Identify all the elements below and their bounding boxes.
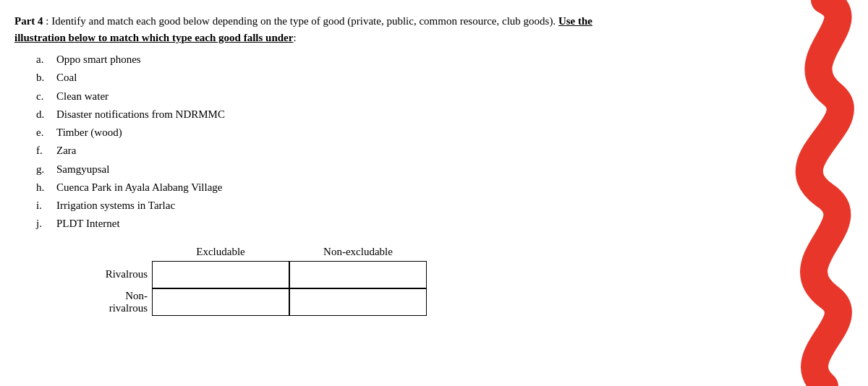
- table-row-non-rivalrous: Non-rivalrous: [87, 288, 615, 316]
- list-item: d.Disaster notifications from NDRMMC: [36, 106, 615, 123]
- list-item-text: Cuenca Park in Ayala Alabang Village: [56, 179, 222, 196]
- list-item-label: i.: [36, 197, 56, 214]
- header-instruction-end-colon: :: [293, 32, 296, 43]
- goods-list: a.Oppo smart phonesb.Coalc.Clean waterd.…: [36, 51, 615, 233]
- list-item-label: g.: [36, 161, 56, 178]
- list-item: c.Clean water: [36, 88, 615, 105]
- list-item-label: c.: [36, 88, 56, 105]
- header-colon: :: [46, 15, 48, 27]
- list-item: g.Samgyupsal: [36, 161, 615, 178]
- list-item-text: Oppo smart phones: [56, 51, 141, 68]
- row-label-non-rivalrous: Non-rivalrous: [87, 290, 152, 314]
- list-item: b.Coal: [36, 69, 615, 86]
- squiggle-decoration: [644, 0, 868, 386]
- main-content: Part 4 : Identify and match each good be…: [0, 0, 629, 323]
- list-item: e.Timber (wood): [36, 124, 615, 141]
- part-label: Part 4: [14, 15, 43, 27]
- list-item-text: Disaster notifications from NDRMMC: [56, 106, 225, 123]
- table-rows: Rivalrous Non-rivalrous: [87, 261, 615, 316]
- cell-rivalrous-non-excludable: [289, 261, 427, 288]
- list-item-text: PLDT Internet: [56, 215, 120, 232]
- header-text: Part 4 : Identify and match each good be…: [14, 13, 615, 46]
- list-item-label: j.: [36, 215, 56, 232]
- list-item-label: f.: [36, 142, 56, 159]
- table-row-rivalrous: Rivalrous: [87, 261, 615, 288]
- col-header-non-excludable: Non-excludable: [289, 246, 427, 258]
- cell-rivalrous-excludable: [152, 261, 289, 288]
- list-item-label: b.: [36, 69, 56, 86]
- list-item: h.Cuenca Park in Ayala Alabang Village: [36, 179, 615, 196]
- cell-non-rivalrous-excludable: [152, 288, 289, 316]
- list-item: f.Zara: [36, 142, 615, 159]
- list-item-label: d.: [36, 106, 56, 123]
- list-item-text: Timber (wood): [56, 124, 122, 141]
- list-item: i.Irrigation systems in Tarlac: [36, 197, 615, 214]
- list-item-text: Zara: [56, 142, 76, 159]
- list-item-label: e.: [36, 124, 56, 141]
- list-item-label: a.: [36, 51, 56, 68]
- non-rivalrous-cells: [152, 288, 427, 316]
- list-item-label: h.: [36, 179, 56, 196]
- cell-non-rivalrous-non-excludable: [289, 288, 427, 316]
- list-item: a.Oppo smart phones: [36, 51, 615, 68]
- classification-table-section: Excludable Non-excludable Rivalrous Non-…: [87, 246, 615, 316]
- list-item-text: Samgyupsal: [56, 161, 109, 178]
- table-header-row: Excludable Non-excludable: [152, 246, 615, 258]
- list-item-text: Coal: [56, 69, 77, 86]
- list-item: j.PLDT Internet: [36, 215, 615, 232]
- list-item-text: Irrigation systems in Tarlac: [56, 197, 175, 214]
- list-item-text: Clean water: [56, 88, 109, 105]
- rivalrous-cells: [152, 261, 427, 288]
- header-instruction-plain: Identify and match each good below depen…: [51, 15, 556, 27]
- row-label-rivalrous: Rivalrous: [87, 268, 152, 280]
- col-header-excludable: Excludable: [152, 246, 289, 258]
